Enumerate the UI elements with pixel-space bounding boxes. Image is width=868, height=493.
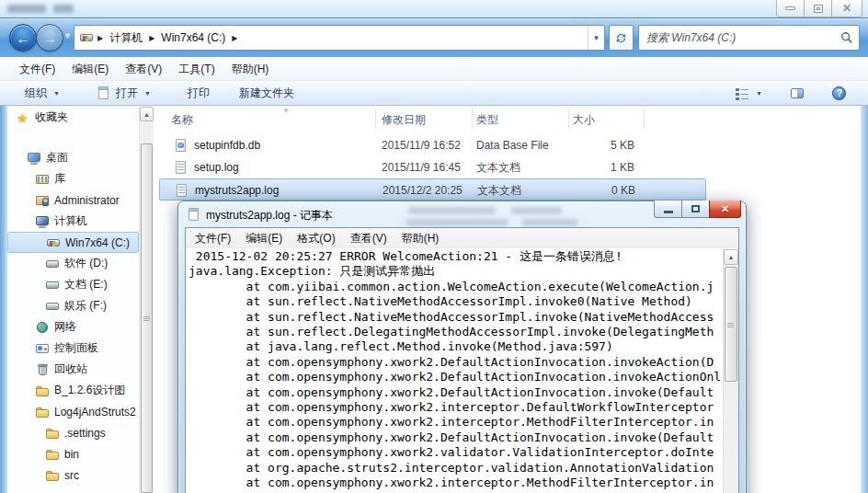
sidebar-item[interactable]: 文档 (E:)	[7, 274, 139, 295]
notepad-scrollbar[interactable]: ▲	[723, 249, 738, 493]
menu-item[interactable]: 帮助(H)	[223, 57, 278, 81]
sidebar-item[interactable]: Administrator	[7, 189, 139, 211]
file-row[interactable]: setupinfdb.db 2015/11/9 16:52 Data Base …	[159, 134, 706, 156]
drive-icon	[45, 278, 60, 292]
scrollbar-thumb[interactable]	[725, 267, 737, 382]
sidebar-item[interactable]: 计算机	[7, 211, 139, 232]
menu-item[interactable]: 工具(T)	[170, 57, 223, 81]
print-button[interactable]: 打印	[179, 82, 218, 105]
sidebar-item[interactable]: .settings	[7, 422, 139, 443]
column-divider[interactable]	[568, 109, 569, 129]
close-button[interactable]: ✕	[831, 0, 862, 17]
open-button[interactable]: 打开 ▼	[88, 82, 159, 105]
sidebar-item[interactable]: 控制面板	[7, 338, 139, 359]
file-type-cell: Data Base File	[476, 134, 568, 156]
sidebar-item[interactable]: src	[7, 464, 139, 486]
sidebar-item-label: bin	[64, 448, 79, 461]
explorer-titlebar: ✕	[0, 0, 868, 17]
menu-item[interactable]: 查看(V)	[343, 228, 394, 248]
close-button[interactable]: ✕	[709, 201, 741, 218]
preview-pane-icon	[790, 86, 805, 101]
column-header[interactable]: 名称	[171, 112, 193, 128]
minimize-button[interactable]	[654, 201, 682, 218]
sidebar-item[interactable]: 回收站	[7, 359, 139, 380]
scrollbar-thumb[interactable]	[141, 143, 153, 493]
menu-item[interactable]: 帮助(H)	[394, 228, 447, 248]
menu-item[interactable]: 文件(F)	[11, 57, 63, 81]
breadcrumb-item[interactable]: 计算机	[107, 30, 145, 46]
help-button[interactable]	[824, 82, 855, 105]
file-modified-cell: 2015/11/9 16:52	[382, 134, 474, 156]
file-name: mystruts2app.log	[195, 184, 279, 197]
change-view-button[interactable]: ▼	[726, 82, 771, 105]
sidebar-item-label: 收藏夹	[35, 109, 68, 125]
log-line: at com.opensymphony.xwork2.interceptor.M…	[188, 476, 723, 490]
address-band: ← → ▼ ▶ 计算机 ▶ Win7x64 (C:) ▶ ▼	[0, 17, 868, 57]
window-border-left	[0, 106, 7, 493]
forward-button[interactable]: →	[36, 24, 63, 52]
sidebar-item[interactable]: 桌面	[7, 147, 139, 168]
sidebar-item[interactable]: 库	[7, 168, 139, 189]
breadcrumb[interactable]: 计算机 ▶	[107, 30, 158, 46]
column-header[interactable]: 大小	[573, 112, 595, 128]
column-header[interactable]: 修改日期	[382, 112, 426, 128]
search-input[interactable]	[645, 30, 840, 45]
file-row[interactable]: mystruts2app.log 2015/12/2 20:25 文本文档 0 …	[159, 178, 706, 201]
notepad-text-area[interactable]: 2015-12-02 20:25:27 ERROR WelcomeAction:…	[186, 249, 723, 493]
column-divider[interactable]	[472, 109, 473, 129]
menu-item[interactable]: 编辑(E)	[238, 228, 290, 248]
recent-pages-chevron[interactable]: ▼	[63, 31, 72, 40]
sidebar-item[interactable]: B_1.2.6设计图	[7, 380, 139, 401]
sidebar-item[interactable]: 软件 (D:)	[7, 253, 139, 274]
window-border-right	[861, 106, 868, 493]
menu-item[interactable]: 格式(O)	[290, 228, 342, 248]
scroll-up-button[interactable]: ▲	[140, 107, 154, 121]
column-divider[interactable]	[375, 109, 376, 129]
sidebar-item-label: 回收站	[54, 361, 87, 377]
notepad-icon	[97, 86, 111, 100]
organize-button[interactable]: 组织 ▼	[17, 82, 68, 105]
maximize-icon	[691, 205, 700, 212]
breadcrumb-item[interactable]: Win7x64 (C:)	[158, 31, 228, 44]
search-icon	[840, 31, 853, 44]
drive-c-icon	[46, 235, 61, 250]
open-label: 打开	[116, 86, 138, 101]
menu-item[interactable]: 文件(F)	[188, 228, 238, 248]
drive-icon	[45, 257, 60, 271]
preview-pane-button[interactable]	[782, 82, 813, 105]
column-header[interactable]: 类型	[476, 112, 498, 128]
maximize-button[interactable]	[804, 0, 832, 17]
maximize-button[interactable]	[681, 201, 710, 218]
sidebar-item[interactable]: 收藏夹	[7, 107, 139, 128]
menu-item[interactable]: 查看(V)	[117, 57, 170, 81]
file-name: setup.log	[194, 161, 239, 174]
sidebar-scrollbar[interactable]: ▲	[139, 107, 154, 493]
sidebar-item[interactable]: 娱乐 (F:)	[7, 295, 139, 316]
sidebar-item[interactable]: bin	[7, 443, 139, 464]
glass-smudge	[511, 207, 562, 214]
log-line: at com.opensymphony.xwork2.validator.Val…	[188, 445, 723, 460]
scroll-up-button[interactable]: ▲	[724, 249, 738, 265]
address-bar[interactable]: ▶ 计算机 ▶ Win7x64 (C:) ▶ ▼	[74, 25, 605, 51]
sidebar-item[interactable]: Log4jAndStruts2	[7, 401, 139, 422]
column-divider[interactable]	[644, 109, 645, 129]
refresh-button[interactable]	[609, 25, 634, 51]
file-name-cell: mystruts2app.log	[175, 179, 375, 201]
file-name-cell: setup.log	[174, 156, 374, 178]
minimize-button[interactable]	[776, 0, 805, 17]
folder-icon	[45, 468, 60, 483]
notepad-titlebar[interactable]: mystruts2app.log - 记事本 ✕	[178, 201, 746, 227]
breadcrumb[interactable]: Win7x64 (C:) ▶	[158, 31, 241, 44]
back-button[interactable]: ←	[9, 24, 37, 52]
new-folder-button[interactable]: 新建文件夹	[231, 82, 303, 105]
sidebar-item[interactable]: 网络	[7, 316, 139, 338]
sidebar-item-label: 网络	[54, 319, 76, 335]
address-dropdown-button[interactable]: ▼	[588, 26, 604, 50]
notepad-menubar: 文件(F) 编辑(E) 格式(O) 查看(V) 帮助(H)	[186, 228, 738, 248]
menu-item[interactable]: 编辑(E)	[63, 57, 117, 81]
new-folder-label: 新建文件夹	[239, 86, 294, 101]
breadcrumb-arrow-icon: ▶	[94, 34, 107, 42]
file-row[interactable]: setup.log 2015/11/9 16:45 文本文档 1 KB	[159, 156, 706, 178]
sidebar-item[interactable]: Win7x64 (C:)	[7, 232, 139, 253]
log-line: at com.opensymphony.xwork2.DefaultAction…	[188, 385, 723, 400]
